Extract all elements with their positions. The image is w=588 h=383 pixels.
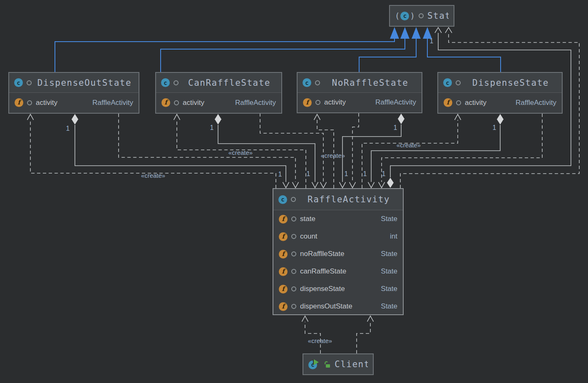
- class-header: c Client: [303, 354, 373, 374]
- inheritance-arrowhead-icon: [400, 27, 409, 39]
- open-arrowhead-icon: [293, 182, 299, 188]
- visibility-icon: [456, 80, 461, 85]
- create-label: «create»: [321, 152, 345, 159]
- field-type: State: [381, 285, 397, 293]
- field-icon: f: [279, 232, 288, 241]
- field-type: State: [381, 250, 397, 258]
- open-arrowhead-icon: [340, 182, 346, 188]
- class-node-raffleactivity[interactable]: c RaffleActivity f state State f count i…: [273, 188, 404, 315]
- field-name: dispensOutState: [300, 302, 352, 311]
- field-name: noRafflleState: [300, 250, 344, 258]
- open-arrowhead-icon: [174, 114, 180, 120]
- open-arrowhead-icon: [368, 182, 375, 188]
- field-icon: f: [279, 250, 288, 259]
- edge-dispenseoutstate-extends-state: [55, 39, 394, 72]
- edge-canrafflestate-extends-state: [161, 39, 405, 72]
- aggregation-diamond-icon: [497, 114, 504, 125]
- field-type: RaffleActivity: [375, 98, 416, 107]
- field-type: RaffleActivity: [235, 99, 276, 107]
- open-arrowhead-icon: [367, 316, 374, 322]
- open-arrowhead-icon: [445, 27, 452, 33]
- field-row: f state State: [273, 210, 403, 228]
- class-icon: c: [303, 78, 311, 87]
- edge-canrafflestate-uses-raffleactivity: [260, 113, 323, 182]
- runnable-class-icon: c: [308, 360, 319, 369]
- class-node-state[interactable]: ( c ) State: [389, 5, 454, 27]
- field-icon: f: [279, 285, 288, 293]
- aggregation-diamond-icon: [72, 114, 79, 125]
- open-arrowhead-icon: [320, 182, 327, 188]
- class-node-client[interactable]: c Client: [303, 353, 374, 375]
- open-arrowhead-icon: [455, 114, 461, 120]
- visibility-icon: [456, 100, 461, 105]
- class-node-norafflestate[interactable]: c NoRaffleState f activity RaffleActivit…: [297, 72, 422, 113]
- edge-norafflestate-raffleactivity-assoc: [342, 124, 401, 182]
- public-lock-icon: [324, 361, 331, 368]
- open-arrowhead-icon: [435, 27, 442, 33]
- class-title: RaffleActivity: [300, 194, 398, 204]
- aggregation-diamond-icon: [215, 114, 222, 125]
- multiplicity-label: 1: [210, 124, 214, 132]
- class-title: NoRaffleState: [324, 78, 417, 88]
- class-title: DispenseState: [464, 78, 557, 88]
- visibility-icon: [291, 286, 296, 291]
- visibility-icon: [291, 251, 296, 256]
- visibility-icon: [315, 100, 320, 105]
- open-arrowhead-icon: [27, 114, 34, 120]
- visibility-icon: [27, 80, 32, 85]
- abstract-paren-icon: ): [410, 11, 414, 20]
- create-label: «create»: [308, 337, 332, 344]
- field-row: f activity RaffleActivity: [438, 93, 562, 112]
- class-node-dispensestate[interactable]: c DispenseState f activity RaffleActivit…: [437, 72, 563, 114]
- field-type: int: [390, 232, 397, 241]
- open-arrowhead-icon: [312, 182, 318, 188]
- field-type: RaffleActivity: [516, 99, 556, 107]
- open-arrowhead-icon: [379, 182, 385, 188]
- field-icon: f: [303, 98, 312, 107]
- edge-norafflestate-uses-raffleactivity: [352, 113, 359, 182]
- class-header: c CanRaffleState: [156, 73, 281, 93]
- field-icon: f: [279, 302, 288, 311]
- aggregation-diamond-icon: [387, 177, 394, 188]
- class-icon: c: [14, 78, 23, 87]
- class-title: Client: [335, 359, 368, 369]
- class-header: c DispenseState: [438, 73, 562, 93]
- multiplicity-label: 1: [493, 124, 496, 132]
- inheritance-arrowhead-icon: [423, 27, 432, 39]
- class-title: State: [427, 11, 449, 21]
- class-header: ( c ) State: [390, 6, 454, 26]
- visibility-icon: [174, 100, 179, 105]
- field-row: f dispensOutState State: [273, 298, 403, 315]
- field-name: activity: [183, 99, 204, 107]
- visibility-icon: [419, 13, 424, 18]
- aggregation-diamond-icon: [398, 113, 405, 124]
- field-icon: f: [279, 267, 288, 276]
- field-name: activity: [324, 98, 346, 107]
- visibility-icon: [291, 234, 296, 239]
- visibility-icon: [291, 269, 296, 274]
- class-header: c NoRaffleState: [298, 73, 422, 93]
- multiplicity-label: 1: [307, 170, 310, 178]
- field-type: State: [381, 215, 397, 223]
- field-type: RaffleActivity: [92, 99, 133, 107]
- field-icon: f: [279, 215, 288, 224]
- create-label: «create»: [141, 172, 165, 179]
- field-name: activity: [465, 99, 486, 107]
- edge-client-uses-raffleactivity: [357, 322, 370, 353]
- field-name: state: [300, 215, 315, 223]
- class-header: c RaffleActivity: [273, 189, 403, 210]
- class-title: CanRaffleState: [182, 78, 276, 88]
- edge-raffleactivity-creates-dispensestate: [362, 120, 458, 188]
- field-icon: f: [444, 98, 452, 107]
- edge-norafflestate-extends-state: [359, 39, 416, 73]
- field-type: State: [381, 302, 397, 311]
- class-node-dispenseoutstate[interactable]: c DispenseOutState f activity RaffleActi…: [8, 72, 139, 114]
- field-row: f noRafflleState State: [273, 245, 403, 263]
- abstract-paren-icon: (: [395, 11, 399, 20]
- class-node-canrafflestate[interactable]: c CanRaffleState f activity RaffleActivi…: [155, 72, 282, 114]
- multiplicity-label: 1: [278, 171, 282, 178]
- field-row: f dispenseState State: [273, 280, 403, 298]
- field-name: activity: [36, 99, 57, 107]
- open-arrowhead-icon: [350, 182, 356, 188]
- class-title: DispenseOutState: [35, 78, 134, 88]
